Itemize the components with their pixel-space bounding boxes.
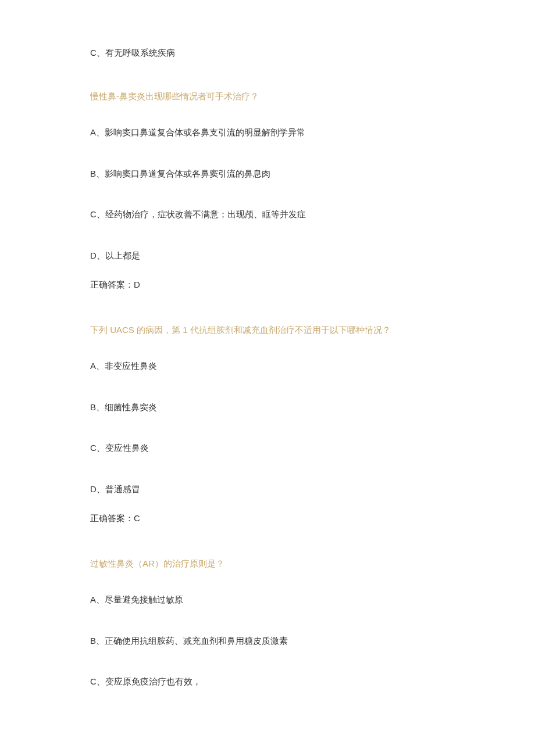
answer-text: 正确答案：D	[90, 278, 445, 292]
answer-text: 正确答案：C	[90, 512, 445, 525]
option-text: A、影响窦口鼻道复合体或各鼻支引流的明显解剖学异常	[90, 126, 445, 139]
option-text: C、有无呼吸系统疾病	[90, 46, 445, 60]
question-heading: 过敏性鼻炎（AR）的治疗原则是？	[90, 557, 445, 571]
option-text: D、普通感冒	[90, 483, 445, 496]
question-heading: 下列 UACS 的病因，第 1 代抗组胺剂和减充血剂治疗不适用于以下哪种情况？	[90, 324, 445, 337]
option-text: D、以上都是	[90, 249, 445, 263]
option-text: A、尽量避免接触过敏原	[90, 593, 445, 607]
option-text: A、非变应性鼻炎	[90, 360, 445, 373]
option-text: B、影响窦口鼻道复合体或各鼻窦引流的鼻息肉	[90, 167, 445, 181]
option-text: B、细菌性鼻窦炎	[90, 401, 445, 414]
option-text: C、经药物治疗，症状改善不满意；出现颅、眶等并发症	[90, 208, 445, 221]
option-text: C、变应性鼻炎	[90, 442, 445, 455]
option-text: B、正确使用抗组胺药、减充血剂和鼻用糖皮质激素	[90, 635, 445, 648]
question-heading: 慢性鼻-鼻窦炎出现哪些情况者可手术治疗？	[90, 90, 445, 103]
option-text: C、变应原免疫治疗也有效，	[90, 675, 445, 689]
document-page: C、有无呼吸系统疾病 慢性鼻-鼻窦炎出现哪些情况者可手术治疗？ A、影响窦口鼻道…	[0, 0, 535, 747]
